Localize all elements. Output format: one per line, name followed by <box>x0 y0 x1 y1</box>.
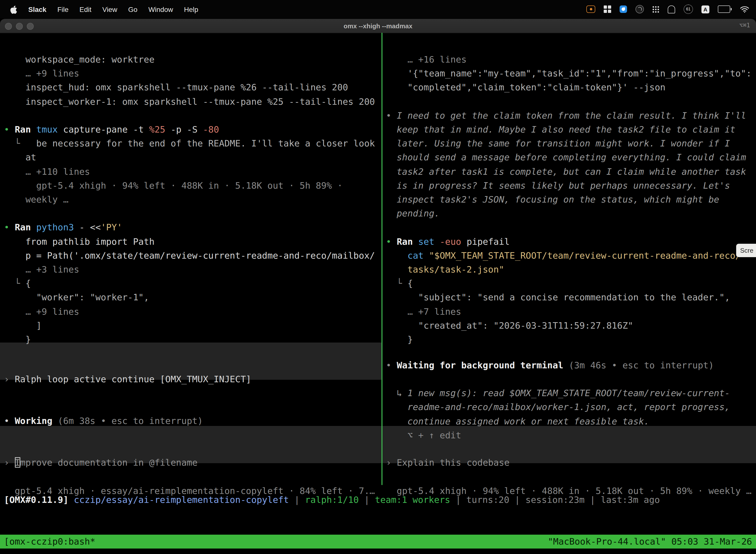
input-source-icon[interactable]: A <box>701 5 709 13</box>
text-segment: • <box>386 360 397 370</box>
tiles-icon[interactable] <box>604 4 611 14</box>
terminal-line: inspect_hud: omx sparkshell --tmux-pane … <box>4 80 348 94</box>
text-segment <box>434 236 440 247</box>
text-segment: %25 <box>149 124 165 134</box>
dark-app-icon[interactable] <box>635 5 644 13</box>
omx-hud-status-line: [OMX#0.11.9] cczip/essay/ai-reimplementa… <box>4 493 752 507</box>
text-segment: └ <box>4 278 25 288</box>
terminal-line: gpt-5.4 xhigh · 94% left · 488K in · 5.1… <box>4 179 342 192</box>
text-segment: at <box>4 152 36 162</box>
text-segment: └ <box>4 138 36 149</box>
terminal-line: tasks/task-2.json" <box>386 263 504 277</box>
text-segment: › <box>386 457 397 467</box>
frontmost-app-name[interactable]: Slack <box>28 5 46 13</box>
screenshot-preview[interactable]: Scre <box>736 244 756 257</box>
text-segment: cczip/essay/ai-reimplementation-copyleft <box>74 494 289 505</box>
terminal-line: inspect task2's JSON, focusing on the st… <box>386 192 719 207</box>
menu-file[interactable]: File <box>57 5 68 13</box>
screen-recording-indicator-icon[interactable] <box>586 5 595 13</box>
terminal-line: • Ran set -euo pipefail <box>386 235 510 249</box>
text-segment: } <box>386 334 413 344</box>
text-segment: be necessary for the end of the README. … <box>36 138 375 149</box>
text-segment: inspect_worker-1: omx sparkshell --tmux-… <box>4 96 375 107</box>
terminal-line: readme-and-reco/mailbox/worker-1.json, a… <box>386 400 730 414</box>
text-segment: keep that in mind. Maybe I also need the… <box>386 124 736 134</box>
text-segment: … +110 lines <box>4 166 90 177</box>
text-segment: • <box>386 236 397 247</box>
terminal-line: weekly … <box>4 192 68 207</box>
text-segment: pending. <box>386 208 440 218</box>
text-segment: • <box>386 110 397 121</box>
screenshot-preview-label: Scre <box>740 247 753 254</box>
text-segment: { <box>407 278 413 288</box>
desktop: Slack File Edit View Go Window Help <box>0 0 756 554</box>
terminal-line: └ { <box>4 277 31 290</box>
terminal-line: • Working (6m 38s • esc to interrupt) <box>4 414 203 428</box>
text-segment: Waiting for background terminal <box>397 360 563 370</box>
text-segment: I <box>15 457 20 467</box>
menu-bar-status-icons: 61 A <box>586 4 756 14</box>
text-segment: should send a message before completing … <box>386 152 746 162</box>
tmux-session-name[interactable]: [omx-cczip0:bash* <box>4 535 95 549</box>
text-segment: … +9 lines <box>4 68 79 78</box>
terminal-line: should send a message before completing … <box>386 151 746 164</box>
terminal-line: '{"team_name":"my-team","task_id":"1","f… <box>386 66 752 80</box>
text-segment: I need to get the claim token from the c… <box>397 110 746 121</box>
terminal-line: ] <box>4 319 42 333</box>
menu-edit[interactable]: Edit <box>79 5 91 13</box>
text-segment: … +3 lines <box>4 264 79 275</box>
text-segment: turns:20 <box>466 494 509 505</box>
terminal-line: keep that in mind. Maybe I also need the… <box>386 123 736 136</box>
terminal-line: … +9 lines <box>4 66 79 80</box>
text-segment: p = Path('.omx/state/team/review-current… <box>4 250 375 261</box>
terminal-line: "created_at": "2026-03-31T11:59:27.816Z" <box>386 319 633 333</box>
terminal-line: ⌥ + ↑ edit <box>386 428 461 442</box>
text-segment: Ran <box>15 222 31 232</box>
text-segment: [OMX#0.11.9] <box>4 494 68 505</box>
menu-window[interactable]: Window <box>148 5 173 13</box>
terminal-line: [OMX#0.11.9] cczip/essay/ai-reimplementa… <box>4 493 660 507</box>
terminal-line: • I need to get the claim token from the… <box>386 109 746 123</box>
text-segment <box>386 250 407 261</box>
dots-grid-icon[interactable] <box>652 4 659 14</box>
terminal-line: } <box>386 333 413 346</box>
text-segment: team:1 workers <box>375 494 450 505</box>
tmux-pane-divider[interactable] <box>381 33 382 485</box>
wifi-icon[interactable] <box>740 4 749 14</box>
text-segment: tmux <box>36 124 58 134</box>
gauge-icon[interactable]: 61 <box>684 4 693 14</box>
text-segment: • <box>4 124 15 134</box>
terminal-line: inspect_worker-1: omx sparkshell --tmux-… <box>4 95 375 109</box>
apple-menu-icon[interactable] <box>10 4 17 14</box>
text-segment: python3 <box>36 222 74 232</box>
text-segment: | <box>509 494 525 505</box>
text-segment: ↳ 1 new msg(s): read $OMX_TEAM_STATE_ROO… <box>386 388 730 398</box>
terminal-line: › Ralph loop active continue [OMX_TMUX_I… <box>4 372 251 386</box>
terminal-line: › Improve documentation in @filename <box>4 456 197 469</box>
terminal-line: … +7 lines <box>386 305 461 319</box>
terminal-line: } <box>4 333 31 346</box>
blue-app-icon[interactable] <box>620 5 627 13</box>
text-segment: set <box>418 236 434 247</box>
menu-go[interactable]: Go <box>128 5 137 13</box>
terminal-line: └ { <box>386 277 413 290</box>
right-terminal-pane[interactable]: … +16 lines '{"team_name":"my-team","tas… <box>386 19 756 554</box>
text-segment: -euo <box>440 236 461 247</box>
text-segment: ralph:1/10 <box>305 494 359 505</box>
text-segment: Ran <box>15 124 31 134</box>
text-segment: (3m 46s • esc to interrupt) <box>563 360 714 370</box>
text-segment: └ <box>386 278 407 288</box>
terminal-line: from pathlib import Path <box>4 235 154 249</box>
ghost-app-icon[interactable] <box>668 5 675 13</box>
menu-view[interactable]: View <box>103 5 117 13</box>
battery-icon[interactable] <box>718 4 732 14</box>
text-segment: is in progress? It seems likely but perh… <box>386 180 730 190</box>
text-segment: (6m 38s • esc to interrupt) <box>52 416 203 426</box>
text-segment: | <box>585 494 601 505</box>
menu-bar-left: Slack File Edit View Go Window Help <box>0 4 198 14</box>
left-terminal-pane[interactable]: workspace_mode: worktree … +9 lines insp… <box>4 19 381 554</box>
menu-help[interactable]: Help <box>184 5 198 13</box>
text-segment: mprove documentation in @filename <box>20 457 197 467</box>
text-segment: Ralph loop active continue [OMX_TMUX_INJ… <box>15 374 251 384</box>
text-segment: "created_at": "2026-03-31T11:59:27.816Z" <box>386 320 633 331</box>
